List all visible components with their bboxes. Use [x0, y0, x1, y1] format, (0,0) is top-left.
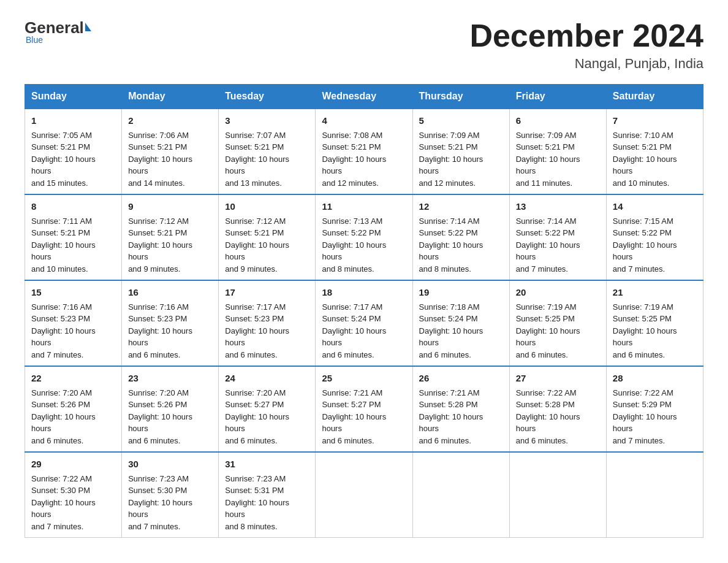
sunrise-text: Sunrise: 7:09 AM — [516, 131, 577, 140]
sunset-text: Sunset: 5:30 PM — [128, 486, 187, 495]
daylight-minutes-text: and 6 minutes. — [128, 350, 180, 359]
daylight-minutes-text: and 13 minutes. — [225, 178, 282, 188]
daylight-minutes-text: and 7 minutes. — [31, 522, 83, 531]
title-area: December 2024 Nangal, Punjab, India — [469, 18, 703, 72]
sunset-text: Sunset: 5:21 PM — [419, 142, 478, 151]
sunrise-text: Sunrise: 7:15 AM — [613, 216, 673, 226]
daylight-minutes-text: and 9 minutes. — [225, 264, 277, 274]
daylight-text: Daylight: 10 hours hours — [128, 240, 192, 262]
daylight-minutes-text: and 6 minutes. — [322, 436, 374, 445]
calendar-cell: 22Sunrise: 7:20 AMSunset: 5:26 PMDayligh… — [25, 366, 122, 452]
sunrise-text: Sunrise: 7:22 AM — [613, 388, 673, 397]
day-number: 18 — [322, 286, 406, 300]
day-number: 26 — [419, 372, 503, 386]
daylight-text: Daylight: 10 hours hours — [128, 412, 192, 434]
col-header-wednesday: Wednesday — [316, 85, 412, 109]
day-number: 23 — [128, 372, 212, 386]
daylight-text: Daylight: 10 hours hours — [322, 412, 386, 434]
daylight-text: Daylight: 10 hours hours — [31, 155, 96, 176]
daylight-text: Daylight: 10 hours hours — [31, 240, 96, 262]
week-row-5: 29Sunrise: 7:22 AMSunset: 5:30 PMDayligh… — [25, 452, 703, 538]
col-header-tuesday: Tuesday — [219, 85, 316, 109]
sunset-text: Sunset: 5:23 PM — [31, 314, 90, 323]
calendar-cell: 9Sunrise: 7:12 AMSunset: 5:21 PMDaylight… — [122, 194, 219, 280]
sunset-text: Sunset: 5:27 PM — [322, 400, 381, 409]
daylight-text: Daylight: 10 hours hours — [613, 155, 677, 176]
day-number: 11 — [322, 200, 406, 214]
day-number: 20 — [516, 286, 600, 300]
day-number: 7 — [613, 114, 697, 128]
calendar-cell: 31Sunrise: 7:23 AMSunset: 5:31 PMDayligh… — [219, 452, 316, 538]
day-number: 27 — [516, 372, 600, 386]
day-number: 15 — [31, 286, 115, 300]
daylight-minutes-text: and 6 minutes. — [322, 350, 374, 359]
daylight-text: Daylight: 10 hours hours — [613, 240, 677, 262]
day-number: 12 — [419, 200, 503, 214]
logo-triangle-icon — [85, 23, 91, 31]
sunrise-text: Sunrise: 7:12 AM — [225, 216, 286, 226]
calendar-cell — [316, 452, 412, 538]
sunset-text: Sunset: 5:28 PM — [516, 400, 575, 409]
sunrise-text: Sunrise: 7:20 AM — [31, 388, 92, 397]
daylight-minutes-text: and 12 minutes. — [322, 178, 379, 188]
daylight-minutes-text: and 8 minutes. — [225, 522, 277, 531]
sunrise-text: Sunrise: 7:20 AM — [128, 388, 189, 397]
daylight-text: Daylight: 10 hours hours — [225, 412, 289, 434]
daylight-text: Daylight: 10 hours hours — [419, 240, 483, 262]
calendar-cell: 3Sunrise: 7:07 AMSunset: 5:21 PMDaylight… — [219, 109, 316, 194]
logo-blue-text: Blue — [26, 35, 43, 45]
calendar-header-row: SundayMondayTuesdayWednesdayThursdayFrid… — [25, 85, 703, 109]
daylight-text: Daylight: 10 hours hours — [225, 326, 289, 348]
day-number: 25 — [322, 372, 406, 386]
daylight-text: Daylight: 10 hours hours — [128, 326, 192, 348]
sunset-text: Sunset: 5:28 PM — [419, 400, 478, 409]
day-number: 19 — [419, 286, 503, 300]
sunset-text: Sunset: 5:21 PM — [31, 142, 90, 151]
sunset-text: Sunset: 5:21 PM — [225, 142, 284, 151]
sunset-text: Sunset: 5:24 PM — [322, 314, 381, 323]
daylight-text: Daylight: 10 hours hours — [516, 155, 580, 176]
logo: General Blue — [25, 18, 91, 45]
sunrise-text: Sunrise: 7:14 AM — [516, 216, 577, 226]
calendar-cell: 14Sunrise: 7:15 AMSunset: 5:22 PMDayligh… — [606, 194, 703, 280]
daylight-text: Daylight: 10 hours hours — [322, 240, 386, 262]
calendar-cell — [509, 452, 606, 538]
sunset-text: Sunset: 5:25 PM — [516, 314, 575, 323]
day-number: 14 — [613, 200, 697, 214]
sunrise-text: Sunrise: 7:06 AM — [128, 131, 189, 140]
daylight-minutes-text: and 6 minutes. — [31, 436, 83, 445]
daylight-minutes-text: and 6 minutes. — [613, 350, 665, 359]
daylight-minutes-text: and 7 minutes. — [613, 264, 665, 274]
col-header-thursday: Thursday — [412, 85, 509, 109]
sunrise-text: Sunrise: 7:22 AM — [31, 474, 92, 483]
day-number: 2 — [128, 114, 212, 128]
daylight-text: Daylight: 10 hours hours — [516, 412, 580, 434]
col-header-friday: Friday — [509, 85, 606, 109]
day-number: 17 — [225, 286, 309, 300]
daylight-minutes-text: and 9 minutes. — [128, 264, 180, 274]
sunrise-text: Sunrise: 7:23 AM — [128, 474, 189, 483]
sunset-text: Sunset: 5:24 PM — [419, 314, 478, 323]
calendar-cell: 27Sunrise: 7:22 AMSunset: 5:28 PMDayligh… — [509, 366, 606, 452]
sunset-text: Sunset: 5:23 PM — [128, 314, 187, 323]
sunrise-text: Sunrise: 7:11 AM — [31, 216, 92, 226]
sunset-text: Sunset: 5:22 PM — [516, 228, 575, 237]
sunset-text: Sunset: 5:21 PM — [31, 228, 90, 237]
calendar-cell: 25Sunrise: 7:21 AMSunset: 5:27 PMDayligh… — [316, 366, 412, 452]
calendar-table: SundayMondayTuesdayWednesdayThursdayFrid… — [25, 84, 703, 538]
daylight-minutes-text: and 10 minutes. — [613, 178, 670, 188]
daylight-text: Daylight: 10 hours hours — [128, 498, 192, 519]
sunrise-text: Sunrise: 7:17 AM — [225, 302, 286, 312]
calendar-cell: 7Sunrise: 7:10 AMSunset: 5:21 PMDaylight… — [606, 109, 703, 194]
daylight-minutes-text: and 8 minutes. — [419, 264, 471, 274]
daylight-minutes-text: and 7 minutes. — [613, 436, 665, 445]
sunset-text: Sunset: 5:27 PM — [225, 400, 284, 409]
day-number: 9 — [128, 200, 212, 214]
calendar-cell: 10Sunrise: 7:12 AMSunset: 5:21 PMDayligh… — [219, 194, 316, 280]
sunset-text: Sunset: 5:21 PM — [128, 228, 187, 237]
sunrise-text: Sunrise: 7:14 AM — [419, 216, 480, 226]
sunrise-text: Sunrise: 7:16 AM — [128, 302, 189, 312]
sunrise-text: Sunrise: 7:17 AM — [322, 302, 382, 312]
sunrise-text: Sunrise: 7:16 AM — [31, 302, 92, 312]
month-title: December 2024 — [469, 18, 703, 53]
